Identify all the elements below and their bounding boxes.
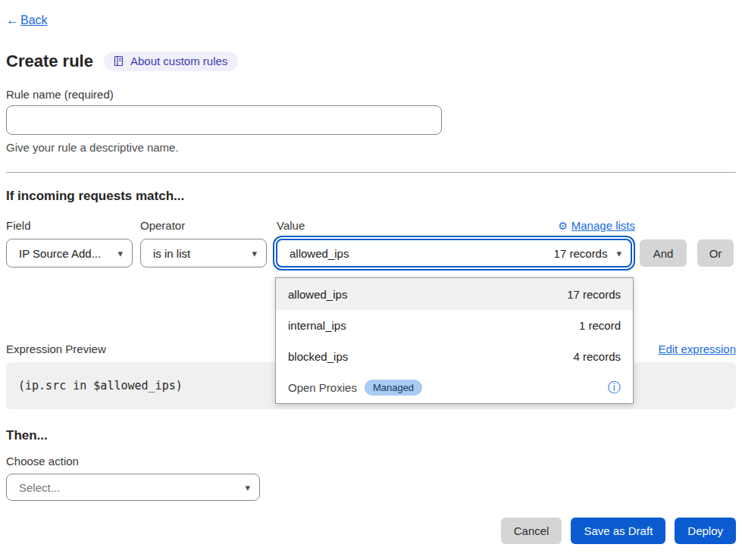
managed-badge: Managed — [365, 380, 422, 396]
value-label: Value — [277, 219, 558, 232]
arrow-left-icon: ← — [6, 13, 19, 28]
rule-name-label: Rule name (required) — [6, 88, 736, 101]
match-labels-row: Field Operator Value ⚙ Manage lists — [6, 219, 736, 232]
manage-lists-link[interactable]: ⚙ Manage lists — [558, 219, 635, 232]
then-heading: Then... — [6, 428, 736, 443]
footer-actions: Cancel Save as Draft Deploy — [6, 518, 736, 544]
gear-icon: ⚙ — [558, 220, 568, 232]
page-title: Create rule — [6, 52, 93, 71]
list-item-internal-ips[interactable]: internal_ips 1 record — [276, 310, 633, 341]
action-select-placeholder: Select... — [19, 481, 60, 494]
about-badge-label: About custom rules — [130, 55, 227, 67]
field-label: Field — [6, 219, 140, 232]
choose-action-label: Choose action — [6, 455, 736, 468]
or-button[interactable]: Or — [697, 239, 734, 267]
info-icon[interactable]: ⓘ — [608, 379, 621, 396]
chevron-down-icon: ▾ — [252, 248, 257, 259]
deploy-button[interactable]: Deploy — [675, 518, 736, 544]
save-as-draft-button[interactable]: Save as Draft — [571, 518, 665, 544]
value-select-meta: 17 records — [554, 247, 608, 260]
chevron-down-icon: ▾ — [616, 248, 621, 259]
edit-expression-link[interactable]: Edit expression — [658, 343, 736, 355]
cancel-button[interactable]: Cancel — [501, 518, 562, 544]
list-record-count: 1 record — [579, 319, 621, 332]
book-icon — [113, 55, 124, 67]
chevron-down-icon: ▾ — [117, 248, 123, 259]
create-rule-page: ← Back Create rule About custom rules Ru… — [0, 0, 742, 560]
list-name: allowed_ips — [288, 288, 347, 301]
value-select[interactable]: allowed_ips 17 records ▾ — [276, 239, 632, 267]
rule-name-input[interactable] — [6, 105, 442, 135]
about-custom-rules-link[interactable]: About custom rules — [104, 52, 238, 71]
list-name: blocked_ips — [288, 350, 348, 363]
chevron-down-icon: ▾ — [245, 482, 250, 493]
action-select[interactable]: Select... ▾ — [6, 474, 260, 501]
field-select[interactable]: IP Source Add... ▾ — [6, 239, 133, 267]
list-item-allowed-ips[interactable]: allowed_ips 17 records — [276, 278, 633, 310]
list-item-open-proxies[interactable]: Open Proxies Managed ⓘ — [276, 372, 633, 403]
list-record-count: 4 records — [573, 350, 621, 363]
manage-lists-label: Manage lists — [571, 219, 635, 232]
list-name: internal_ips — [288, 319, 346, 332]
back-link-label: Back — [20, 14, 48, 27]
operator-select[interactable]: is in list ▾ — [140, 239, 267, 267]
operator-label: Operator — [140, 219, 277, 232]
operator-select-value: is in list — [153, 247, 190, 260]
match-controls-row: IP Source Add... ▾ is in list ▾ allowed_… — [6, 239, 736, 267]
expression-code: (ip.src in $allowed_ips) — [18, 379, 183, 393]
list-record-count: 17 records — [567, 288, 621, 301]
and-button[interactable]: And — [640, 239, 687, 267]
match-heading: If incoming requests match... — [6, 189, 736, 204]
value-dropdown-panel: allowed_ips 17 records internal_ips 1 re… — [275, 277, 634, 404]
back-row: ← Back — [6, 0, 736, 28]
title-row: Create rule About custom rules — [6, 52, 736, 71]
field-select-value: IP Source Add... — [19, 247, 101, 260]
value-select-value: allowed_ips — [290, 247, 349, 260]
back-link[interactable]: ← Back — [6, 13, 48, 28]
rule-name-helper: Give your rule a descriptive name. — [6, 141, 736, 154]
section-divider — [6, 172, 736, 173]
list-name: Open Proxies — [288, 381, 357, 394]
list-item-blocked-ips[interactable]: blocked_ips 4 records — [276, 341, 633, 372]
expression-preview-label: Expression Preview — [6, 343, 106, 355]
